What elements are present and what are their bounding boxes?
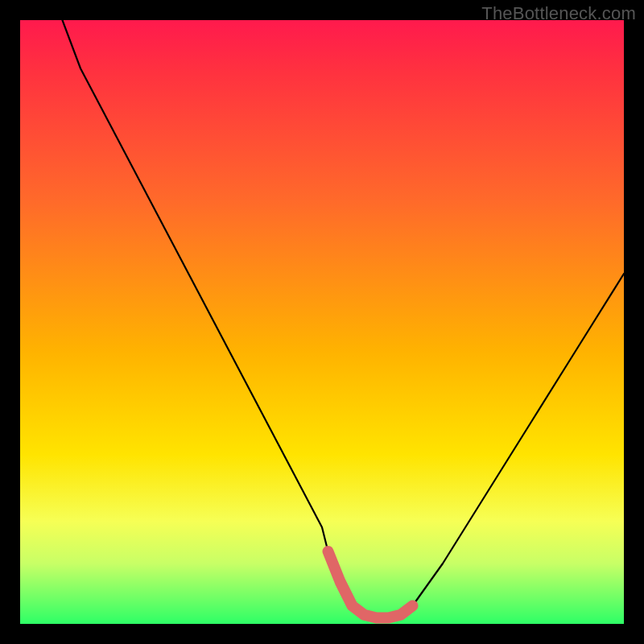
chart-frame: TheBottleneck.com: [0, 0, 644, 644]
bottleneck-curve: [63, 20, 625, 618]
plot-area: [20, 20, 624, 624]
curve-canvas: [20, 20, 624, 624]
highlight-segment: [328, 551, 413, 618]
